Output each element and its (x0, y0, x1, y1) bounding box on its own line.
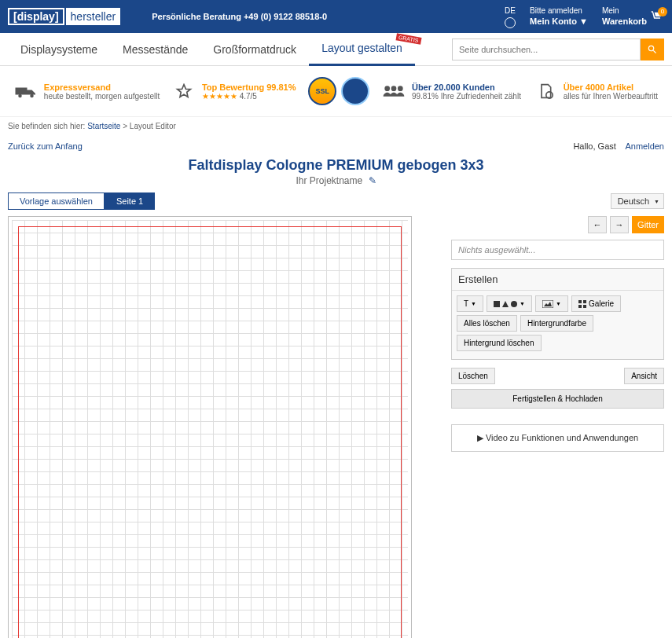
consult-phone: Persönliche Beratung +49 (0) 9122 88518-… (152, 12, 327, 21)
arrow-right-icon: → (615, 220, 624, 229)
breadcrumb: Sie befinden sich hier: Startseite > Lay… (0, 116, 672, 135)
cart-icon: 0 (650, 10, 664, 23)
chevron-down-icon: ▼ (520, 301, 525, 306)
language-selector[interactable]: DE (505, 6, 516, 28)
svg-point-2 (384, 86, 390, 91)
gallery-button[interactable]: Galerie (571, 295, 621, 312)
triangle-icon (502, 301, 509, 307)
chevron-down-icon: ▼ (556, 301, 561, 306)
feature-articles: Über 4000 Artikel alles für Ihren Werbea… (534, 82, 658, 101)
shapes-tool-button[interactable]: ▼ (487, 295, 532, 312)
circle-icon (511, 301, 517, 307)
svg-rect-8 (583, 300, 586, 303)
search (452, 38, 664, 60)
canvas-wrap (8, 216, 412, 638)
side-panel: ← → Gitter Nichts ausgewählt... Erstelle… (451, 216, 664, 638)
bgcolor-button[interactable]: Hintergrundfarbe (520, 315, 593, 332)
trust-badge-icon (341, 77, 369, 105)
document-icon (534, 83, 557, 99)
create-panel: Erstellen T ▼ ▼ ▼ (451, 268, 664, 360)
search-input[interactable] (452, 38, 641, 60)
feature-customers: Über 20.000 Kunden 99.81% Ihre Zufrieden… (382, 82, 521, 101)
svg-point-0 (18, 94, 22, 98)
selection-status: Nichts ausgewählt... (451, 240, 664, 260)
people-icon (382, 83, 406, 99)
design-canvas[interactable] (12, 220, 408, 638)
svg-rect-10 (583, 305, 586, 308)
create-panel-header: Erstellen (452, 269, 663, 291)
breadcrumb-current: Layout Editor (130, 122, 176, 130)
star-icon (172, 83, 196, 99)
page-title: Faltdisplay Cologne PREMIUM gebogen 3x3 (0, 157, 672, 174)
login-link[interactable]: Anmelden (625, 141, 664, 151)
text-tool-button[interactable]: T ▼ (457, 295, 483, 312)
account-link[interactable]: Bitte anmelden Mein Konto ▼ (530, 6, 588, 27)
finish-upload-button[interactable]: Fertigstellen & Hochladen (451, 389, 664, 409)
image-icon (542, 300, 553, 308)
grid-icon (578, 300, 586, 308)
clear-all-button[interactable]: Alles löschen (457, 315, 517, 332)
main-nav: Displaysysteme Messestände Großformatdru… (0, 33, 672, 66)
view-button[interactable]: Ansicht (624, 368, 664, 384)
main-editor: ← → Gitter Nichts ausgewählt... Erstelle… (0, 216, 672, 638)
nav-layout-gestalten[interactable]: Layout gestalten GRATIS (309, 33, 415, 66)
undo-button[interactable]: ← (588, 216, 607, 233)
svg-rect-6 (542, 300, 553, 308)
tab-page-1[interactable]: Seite 1 (105, 192, 155, 210)
cart-link[interactable]: Mein Warenkorb 0 (602, 6, 664, 27)
feature-express: Expressversand heute bestellt, morgen au… (14, 82, 160, 101)
greeting: Hallo, Gast (573, 141, 615, 151)
redo-button[interactable]: → (610, 216, 629, 233)
svg-rect-7 (578, 300, 582, 303)
svg-rect-9 (578, 305, 582, 308)
bleed-frame (18, 226, 402, 638)
grid-button[interactable]: Gitter (632, 216, 664, 233)
ssl-badge-icon: SSL (308, 77, 336, 105)
tab-template[interactable]: Vorlage auswählen (8, 192, 105, 210)
arrow-left-icon: ← (593, 220, 602, 229)
top-bar: [display] hersteller Persönliche Beratun… (0, 0, 672, 33)
edit-name-icon[interactable]: ✎ (369, 175, 376, 186)
nav-messestaende[interactable]: Messestände (110, 33, 200, 66)
project-name: Ihr Projektname ✎ (0, 175, 672, 186)
language-dropdown[interactable]: Deutsch (611, 193, 664, 209)
chevron-down-icon: ▼ (471, 301, 476, 306)
breadcrumb-home[interactable]: Startseite (87, 122, 120, 130)
truck-icon (14, 83, 38, 99)
feature-rating: Top Bewertung 99.81% ★★★★★ 4.7/5 (172, 82, 296, 101)
globe-icon (505, 17, 516, 28)
back-link[interactable]: Zurück zum Anfang (8, 141, 83, 151)
svg-point-1 (30, 94, 34, 98)
search-button[interactable] (641, 38, 664, 60)
nav-grossformatdruck[interactable]: Großformatdruck (200, 33, 309, 66)
video-help-button[interactable]: ▶ Video zu Funktionen und Anwendungen (451, 424, 664, 452)
svg-point-4 (398, 86, 403, 91)
svg-point-3 (391, 86, 397, 91)
nav-displaysysteme[interactable]: Displaysysteme (8, 33, 110, 66)
editor-header-row: Zurück zum Anfang Hallo, Gast Anmelden (0, 135, 672, 157)
square-icon (494, 301, 500, 307)
features-row: Expressversand heute bestellt, morgen au… (0, 66, 672, 116)
search-icon (647, 44, 658, 55)
delete-button[interactable]: Löschen (451, 368, 495, 384)
bgclear-button[interactable]: Hintergrund löschen (457, 335, 542, 351)
trust-badges: SSL (308, 77, 369, 105)
tabs-row: Vorlage auswählen Seite 1 Deutsch (0, 186, 672, 216)
image-tool-button[interactable]: ▼ (535, 295, 568, 312)
logo[interactable]: [display] hersteller (8, 8, 120, 25)
play-icon: ▶ (477, 433, 483, 442)
